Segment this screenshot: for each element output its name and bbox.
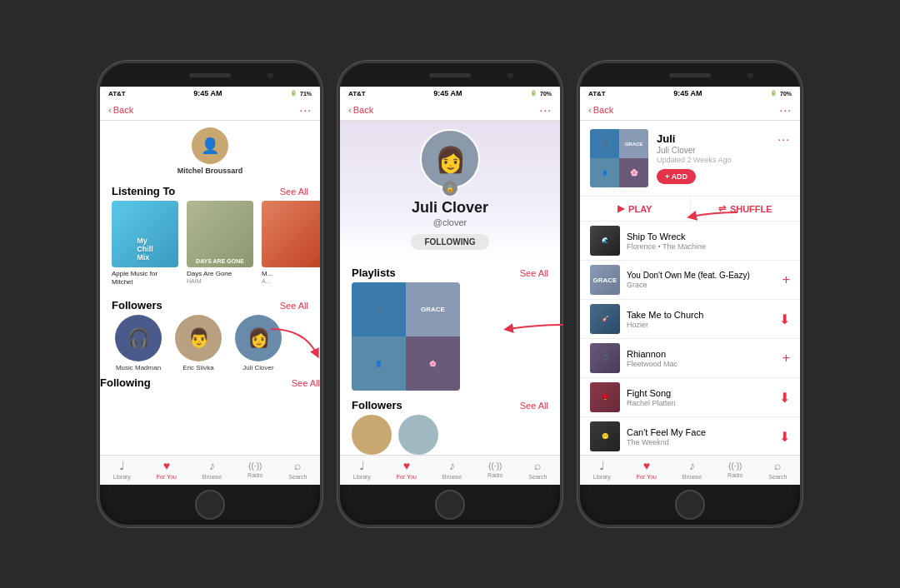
playlists-see-all-2[interactable]: See All: [520, 268, 548, 278]
tab-browse-label-1: Browse: [202, 474, 222, 480]
play-label-3: PLAY: [628, 204, 652, 214]
song-row-5[interactable]: 😶 Can't Feel My Face The Weeknd ⬇: [580, 417, 800, 455]
song-row-2[interactable]: 🎸 Take Me to Church Hozier ⬇: [580, 300, 800, 339]
content-2: 👩 🔒 Juli Clover @clover FOLLOWING Playli…: [340, 121, 560, 455]
tab-library-label-1: Library: [112, 474, 130, 480]
tab-library-3[interactable]: ♩ Library: [592, 459, 610, 480]
song-row-0[interactable]: 🌊 Ship To Wreck Florence • The Machine: [580, 222, 800, 261]
listening-see-all[interactable]: See All: [280, 187, 308, 197]
listening-title: Listening To: [112, 185, 175, 197]
status-bar-1: AT&T 9:45 AM 🔋 71%: [100, 87, 320, 100]
shuffle-button-3[interactable]: ⇌ SHUFFLE: [691, 197, 801, 221]
song-thumb-2: 🎸: [590, 304, 620, 334]
camera-1: [268, 72, 273, 78]
tab-radio-3[interactable]: ((·)) Radio: [728, 461, 742, 478]
home-button-3[interactable]: [675, 490, 705, 520]
follower-eric[interactable]: 👨 Eric Slivka: [172, 315, 225, 371]
song-row-1[interactable]: GRACE You Don't Own Me (feat. G-Eazy) Gr…: [580, 261, 800, 300]
more-btn-3[interactable]: ···: [779, 103, 792, 117]
song-thumb-4: 🥊: [590, 382, 620, 412]
tab-radio-2[interactable]: ((·)) Radio: [488, 461, 502, 478]
tab-foryou-1[interactable]: ♥ For You: [157, 459, 177, 480]
song-artist-4: Rachel Platten: [627, 399, 772, 407]
playlist-header-3: 🎵 GRACE 👤 🌸 Juli Juli Clover Updated 2 W…: [580, 121, 800, 197]
album-third[interactable]: M... A...: [262, 201, 320, 286]
add-button-3[interactable]: + ADD: [657, 169, 696, 184]
tab-search-2[interactable]: ⌕ Search: [528, 459, 547, 480]
browse-icon-2: ♪: [449, 459, 455, 472]
camera-3: [748, 72, 753, 78]
status-bar-2: AT&T 9:45 AM 🔋 70%: [340, 87, 560, 100]
back-btn-1[interactable]: ‹ Back: [108, 105, 133, 115]
song-info-4: Fight Song Rachel Platten: [627, 388, 772, 407]
tab-browse-2[interactable]: ♪ Browse: [442, 459, 462, 480]
download-icon-5[interactable]: ⬇: [779, 429, 790, 445]
search-icon-1: ⌕: [294, 459, 301, 472]
radio-icon-2: ((·)): [488, 461, 502, 471]
play-button-3[interactable]: ▶ PLAY: [580, 197, 691, 221]
album-chill-mix[interactable]: MyChillMix Apple Music for Mitchel: [112, 201, 178, 286]
back-label-2: Back: [353, 105, 373, 115]
haim-title: Days Are Gone: [187, 270, 253, 278]
followers-see-all-2[interactable]: See All: [520, 401, 548, 411]
tab-browse-1[interactable]: ♪ Browse: [202, 459, 222, 480]
more-btn-2[interactable]: ···: [539, 103, 552, 117]
song-thumb-5: 😶: [590, 421, 620, 451]
chevron-left-icon-3: ‹: [588, 105, 592, 115]
foryou-icon-3: ♥: [643, 459, 650, 472]
song-row-4[interactable]: 🥊 Fight Song Rachel Platten ⬇: [580, 378, 800, 417]
speaker-2: [429, 73, 471, 77]
song-row-3[interactable]: 🎵 Rhiannon Fleetwood Mac +: [580, 339, 800, 378]
playlist-updated-3: Updated 2 Weeks Ago: [657, 156, 769, 164]
radio-icon-3: ((·)): [728, 461, 742, 471]
more-btn-1[interactable]: ···: [299, 103, 312, 117]
followers-row-1: 🎧 Music Madman 👨 Eric Slivka 👩 Juli Clov…: [100, 315, 320, 371]
radio-icon-1: ((·)): [248, 461, 262, 471]
tab-library-2[interactable]: ♩ Library: [352, 459, 370, 480]
follower-stub-1: [352, 415, 392, 455]
back-btn-2[interactable]: ‹ Back: [348, 105, 373, 115]
tab-search-label-2: Search: [528, 474, 547, 480]
follower-juli[interactable]: 👩 Juli Clover: [232, 315, 285, 371]
following-see-all[interactable]: See All: [292, 378, 320, 388]
download-icon-4[interactable]: ⬇: [779, 390, 790, 406]
home-button-1[interactable]: [195, 490, 225, 520]
speaker-3: [669, 73, 711, 77]
song-title-2: Take Me to Church: [627, 310, 772, 320]
back-btn-3[interactable]: ‹ Back: [588, 105, 613, 115]
avatar-1[interactable]: 👤: [192, 127, 228, 164]
tab-radio-1[interactable]: ((·)) Radio: [248, 461, 262, 478]
playlist-dots-3[interactable]: ···: [778, 132, 790, 146]
playlist-card-juli[interactable]: 🎵 GRACE 👤 🌸 Juli Juli Clover: [352, 282, 460, 386]
tab-browse-3[interactable]: ♪ Browse: [682, 459, 702, 480]
download-icon-2[interactable]: ⬇: [779, 311, 790, 327]
following-button-2[interactable]: FOLLOWING: [411, 234, 488, 250]
tab-foryou-2[interactable]: ♥ For You: [397, 459, 417, 480]
song-title-4: Fight Song: [627, 388, 772, 398]
cover-cell-tr: GRACE: [619, 129, 648, 158]
home-button-2[interactable]: [435, 490, 465, 520]
album-haim[interactable]: DAYS ARE GONE Days Are Gone HAIM: [187, 201, 253, 286]
shuffle-label-3: SHUFFLE: [730, 204, 772, 214]
tab-library-1[interactable]: ♩ Library: [112, 459, 130, 480]
cover-cell-br: 🌸: [619, 158, 648, 187]
screen-1: AT&T 9:45 AM 🔋 71% ‹ Back ··· 👤 Mitchel …: [100, 87, 320, 485]
tab-search-1[interactable]: ⌕ Search: [288, 459, 307, 480]
profile-fullname-2: Juli Clover: [412, 199, 488, 217]
add-song-icon-1[interactable]: +: [782, 272, 790, 287]
song-info-3: Rhiannon Fleetwood Mac: [627, 349, 776, 368]
cell-tr: GRACE: [406, 282, 460, 336]
phone-top-bar-1: [100, 63, 320, 87]
tab-search-3[interactable]: ⌕ Search: [768, 459, 787, 480]
status-icons-3: 🔋 70%: [770, 90, 792, 97]
add-song-icon-3[interactable]: +: [782, 351, 790, 366]
song-title-3: Rhiannon: [627, 349, 776, 359]
playlist-name-3: Juli: [657, 132, 769, 145]
follower-name-0: Music Madman: [116, 364, 161, 371]
tab-foryou-label-2: For You: [397, 474, 417, 480]
time-2: 9:45 AM: [433, 89, 462, 97]
followers-see-all-1[interactable]: See All: [280, 301, 308, 311]
follower-music-madman[interactable]: 🎧 Music Madman: [112, 315, 165, 371]
song-title-1: You Don't Own Me (feat. G-Eazy): [627, 271, 776, 280]
tab-foryou-3[interactable]: ♥ For You: [637, 459, 657, 480]
